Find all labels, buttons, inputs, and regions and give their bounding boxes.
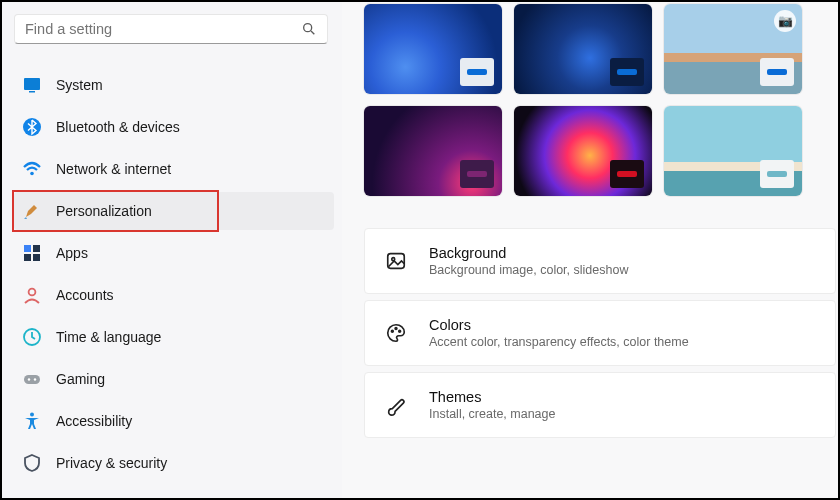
personalization-panel: 📷 Background Background image, color, sl… — [342, 2, 838, 498]
svg-point-10 — [29, 289, 36, 296]
card-title: Themes — [429, 389, 555, 405]
theme-thumbnail-grid: 📷 — [364, 10, 838, 196]
accent-swatch — [610, 160, 644, 188]
sidebar-item-system[interactable]: System — [14, 66, 334, 104]
sidebar-item-network[interactable]: Network & internet — [14, 150, 334, 188]
svg-rect-12 — [24, 375, 40, 384]
theme-thumbnail[interactable] — [364, 106, 502, 196]
gamepad-icon — [22, 369, 42, 389]
wifi-icon — [22, 159, 42, 179]
clock-globe-icon — [22, 327, 42, 347]
sidebar-item-label: Accessibility — [56, 413, 132, 429]
sidebar-item-label: Time & language — [56, 329, 161, 345]
svg-line-1 — [311, 31, 314, 34]
svg-rect-7 — [33, 245, 40, 252]
person-icon — [22, 285, 42, 305]
settings-sidebar: System Bluetooth & devices Network & int… — [2, 2, 342, 498]
sidebar-item-label: Apps — [56, 245, 88, 261]
display-icon — [22, 75, 42, 95]
accent-swatch — [760, 160, 794, 188]
svg-rect-6 — [24, 245, 31, 252]
svg-point-19 — [395, 328, 397, 330]
sidebar-item-personalization[interactable]: Personalization — [14, 192, 334, 230]
sidebar-item-privacy[interactable]: Privacy & security — [14, 444, 334, 482]
accent-swatch — [610, 58, 644, 86]
svg-point-20 — [399, 330, 401, 332]
theme-thumbnail[interactable] — [514, 106, 652, 196]
image-icon — [385, 250, 407, 272]
card-sub: Install, create, manage — [429, 407, 555, 421]
sidebar-item-label: Personalization — [56, 203, 152, 219]
card-background[interactable]: Background Background image, color, slid… — [364, 228, 836, 294]
svg-point-5 — [30, 172, 34, 176]
sidebar-item-time-language[interactable]: Time & language — [14, 318, 334, 356]
theme-thumbnail[interactable] — [514, 4, 652, 94]
shield-icon — [22, 453, 42, 473]
card-sub: Accent color, transparency effects, colo… — [429, 335, 689, 349]
theme-thumbnail[interactable] — [364, 4, 502, 94]
bluetooth-icon — [22, 117, 42, 137]
theme-thumbnail[interactable] — [664, 106, 802, 196]
svg-point-13 — [28, 378, 30, 380]
sidebar-item-label: Gaming — [56, 371, 105, 387]
theme-thumbnail[interactable]: 📷 — [664, 4, 802, 94]
svg-rect-8 — [24, 254, 31, 261]
search-input[interactable] — [25, 21, 301, 37]
svg-rect-3 — [29, 91, 35, 93]
sidebar-item-label: Network & internet — [56, 161, 171, 177]
sidebar-item-label: System — [56, 77, 103, 93]
card-sub: Background image, color, slideshow — [429, 263, 628, 277]
brush-icon — [385, 394, 407, 416]
camera-icon: 📷 — [774, 10, 796, 32]
sidebar-item-gaming[interactable]: Gaming — [14, 360, 334, 398]
sidebar-item-label: Bluetooth & devices — [56, 119, 180, 135]
accessibility-icon — [22, 411, 42, 431]
paintbrush-icon — [22, 201, 42, 221]
palette-icon — [385, 322, 407, 344]
card-themes[interactable]: Themes Install, create, manage — [364, 372, 836, 438]
svg-rect-9 — [33, 254, 40, 261]
sidebar-item-apps[interactable]: Apps — [14, 234, 334, 272]
apps-icon — [22, 243, 42, 263]
card-colors[interactable]: Colors Accent color, transparency effect… — [364, 300, 836, 366]
card-title: Background — [429, 245, 628, 261]
accent-swatch — [460, 58, 494, 86]
sidebar-item-bluetooth[interactable]: Bluetooth & devices — [14, 108, 334, 146]
svg-point-18 — [391, 330, 393, 332]
sidebar-item-accounts[interactable]: Accounts — [14, 276, 334, 314]
svg-point-14 — [34, 378, 36, 380]
svg-rect-2 — [24, 78, 40, 90]
search-icon — [301, 21, 317, 37]
search-box[interactable] — [14, 14, 328, 44]
svg-point-15 — [30, 413, 34, 417]
accent-swatch — [760, 58, 794, 86]
sidebar-item-label: Accounts — [56, 287, 114, 303]
accent-swatch — [460, 160, 494, 188]
sidebar-item-label: Privacy & security — [56, 455, 167, 471]
svg-point-0 — [304, 24, 312, 32]
card-title: Colors — [429, 317, 689, 333]
sidebar-item-accessibility[interactable]: Accessibility — [14, 402, 334, 440]
